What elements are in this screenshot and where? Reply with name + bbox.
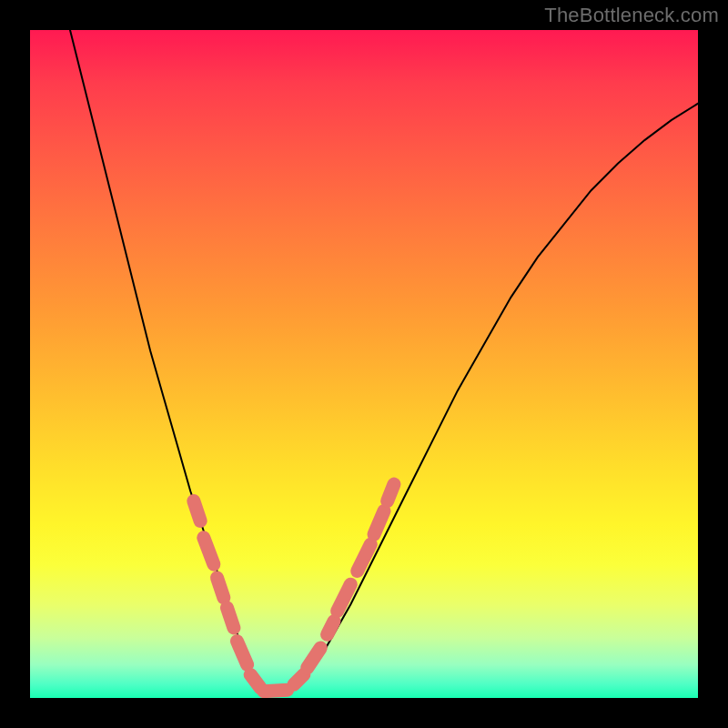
highlight-segment xyxy=(374,511,384,535)
chart-frame: TheBottleneck.com xyxy=(0,0,728,728)
highlight-segment xyxy=(328,622,334,635)
bottleneck-curve xyxy=(70,30,698,694)
highlight-segment xyxy=(294,674,304,684)
watermark-text: TheBottleneck.com xyxy=(544,4,719,27)
highlight-segments xyxy=(194,484,394,692)
highlight-segment xyxy=(308,648,321,668)
highlight-segment xyxy=(194,501,200,521)
highlight-segment xyxy=(217,578,224,598)
highlight-segment xyxy=(228,608,234,628)
highlight-segment xyxy=(238,642,248,665)
plot-area xyxy=(30,30,698,698)
curve-layer xyxy=(30,30,698,698)
highlight-segment xyxy=(264,690,288,692)
highlight-segment xyxy=(250,674,260,688)
highlight-segment xyxy=(388,484,394,500)
highlight-segment xyxy=(204,538,214,564)
